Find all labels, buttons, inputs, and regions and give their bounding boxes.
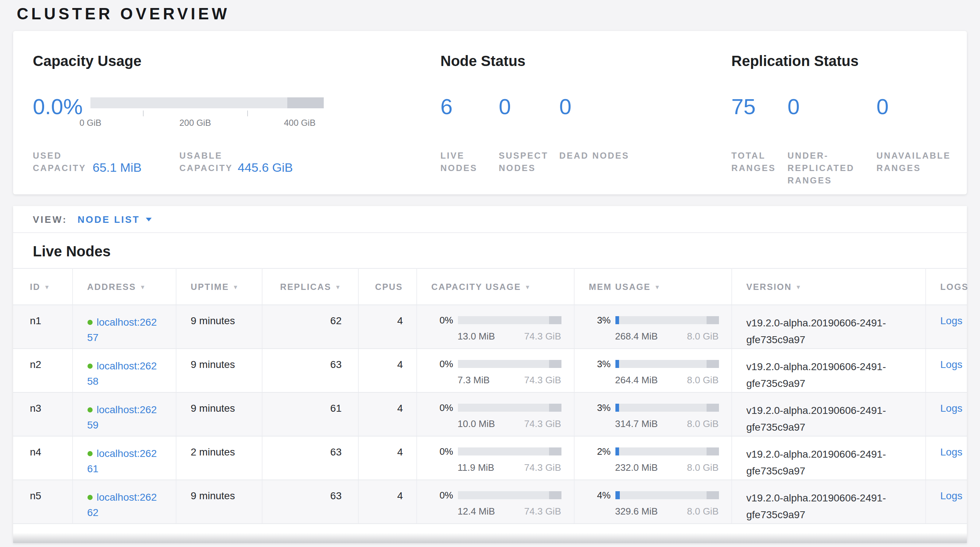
mem-bar-reserved-segment <box>706 360 719 368</box>
mem-total-value: 8.0 GiB <box>687 462 719 473</box>
stat-label: UNAVAILABLE RANGES <box>877 150 967 175</box>
node-address-cell: localhost:26259 <box>72 393 176 436</box>
node-id-cell: n5 <box>13 480 72 524</box>
node-live-status-icon <box>87 364 92 369</box>
node-address-link[interactable]: localhost:26257 <box>87 316 157 343</box>
sort-icon: ▼ <box>44 284 51 290</box>
capacity-usage-title: Capacity Usage <box>33 51 441 70</box>
live-nodes-table: ID▼ADDRESS▼UPTIME▼REPLICAS▼CPUSCAPACITY … <box>13 268 967 524</box>
node-uptime-cell: 9 minutes <box>176 480 262 524</box>
stat-dead-nodes: 0 DEAD NODES <box>559 94 731 175</box>
capacity-percent: 0% <box>431 315 453 326</box>
mem-meter: 4% 329.6 MiB 8.0 GiB <box>589 490 725 517</box>
logs-link[interactable]: Logs <box>940 402 963 414</box>
node-logs-cell: Logs <box>925 480 967 524</box>
column-label: MEM USAGE <box>589 281 651 292</box>
column-header-replicas[interactable]: REPLICAS▼ <box>262 269 358 305</box>
node-address-cell: localhost:26261 <box>72 436 176 480</box>
nodes-header-row: ID▼ADDRESS▼UPTIME▼REPLICAS▼CPUSCAPACITY … <box>13 269 967 305</box>
capacity-total-value: 74.3 GiB <box>524 506 561 517</box>
capacity-bar-reserved-segment <box>549 404 561 412</box>
stat-suspect-nodes: 0 SUSPECT NODES <box>499 94 559 175</box>
node-version-cell: v19.2.0-alpha.20190606-2491-gfe735c9a97 <box>731 393 925 436</box>
axis-tick-label: 0 GiB <box>80 118 101 128</box>
view-selector-dropdown[interactable]: NODE LIST <box>78 214 152 225</box>
node-logs-cell: Logs <box>925 393 967 436</box>
node-row: n3localhost:262599 minutes614 0% 10.0 Mi… <box>13 393 967 436</box>
node-logs-cell: Logs <box>925 348 967 393</box>
view-selected-option: NODE LIST <box>78 214 140 225</box>
live-nodes-header: Live Nodes <box>13 233 967 261</box>
node-address-cell: localhost:26262 <box>72 480 176 524</box>
capacity-axis-ticks <box>91 110 324 116</box>
cluster-overview-page: CLUSTER OVERVIEW Capacity Usage 0.0% 0 G… <box>0 5 980 547</box>
capacity-bar <box>458 491 561 499</box>
node-mem-cell: 2% 232.0 MiB 8.0 GiB <box>574 436 731 480</box>
view-bar: VIEW: NODE LIST <box>13 206 967 233</box>
logs-link[interactable]: Logs <box>940 358 963 370</box>
capacity-meter: 0% 12.4 MiB 74.3 GiB <box>431 490 568 517</box>
stat-value: 0 <box>559 94 731 150</box>
node-live-status-icon <box>87 407 92 412</box>
usable-capacity-value: 445.6 GiB <box>238 161 293 175</box>
next-row-cutoff <box>13 524 967 543</box>
node-mem-cell: 4% 329.6 MiB 8.0 GiB <box>574 480 731 524</box>
mem-percent: 3% <box>589 402 611 413</box>
node-list-panel: VIEW: NODE LIST Live Nodes ID▼ADDRESS▼UP… <box>13 206 967 543</box>
node-status-section: Node Status 6 LIVE NODES 0 SUSPECT NODES… <box>441 51 731 194</box>
stat-value: 0 <box>877 94 967 150</box>
column-header-address[interactable]: ADDRESS▼ <box>72 269 176 305</box>
logs-link[interactable]: Logs <box>940 315 963 326</box>
node-address-link[interactable]: localhost:26259 <box>87 404 157 431</box>
logs-link[interactable]: Logs <box>940 446 963 458</box>
capacity-bar-reserved-segment <box>287 97 324 108</box>
column-label: CAPACITY USAGE <box>431 281 521 292</box>
node-replicas-cell: 63 <box>262 480 358 524</box>
node-mem-cell: 3% 264.4 MiB 8.0 GiB <box>574 348 731 393</box>
column-label: ADDRESS <box>87 281 136 292</box>
column-header-id[interactable]: ID▼ <box>13 269 72 305</box>
column-header-mem-usage[interactable]: MEM USAGE▼ <box>574 269 731 305</box>
node-capacity-cell: 0% 11.9 MiB 74.3 GiB <box>416 436 574 480</box>
mem-bar-reserved-segment <box>706 404 719 412</box>
node-capacity-cell: 0% 10.0 MiB 74.3 GiB <box>416 393 574 436</box>
replication-status-stats: 75 TOTAL RANGES 0 UNDER-REPLICATED RANGE… <box>731 94 967 187</box>
logs-link[interactable]: Logs <box>940 490 963 501</box>
stat-label: TOTAL RANGES <box>731 150 788 175</box>
node-cpus-cell: 4 <box>358 393 416 436</box>
replication-status-title: Replication Status <box>731 51 967 70</box>
stat-label: UNDER-REPLICATED RANGES <box>788 150 877 187</box>
capacity-usage-section: Capacity Usage 0.0% 0 GiB200 GiB400 GiB … <box>33 51 441 194</box>
mem-bar-reserved-segment <box>706 491 719 499</box>
capacity-bar <box>458 404 561 412</box>
capacity-percent: 0% <box>431 358 453 369</box>
mem-meter: 3% 314.7 MiB 8.0 GiB <box>589 402 725 429</box>
node-address-link[interactable]: localhost:26262 <box>87 491 157 518</box>
capacity-bar-reserved-segment <box>549 491 561 499</box>
node-replicas-cell: 62 <box>262 305 358 348</box>
usable-capacity-label: USABLE CAPACITY <box>180 150 238 175</box>
capacity-meter: 0% 7.3 MiB 74.3 GiB <box>431 358 568 385</box>
replication-status-section: Replication Status 75 TOTAL RANGES 0 UND… <box>731 51 967 194</box>
mem-percent: 2% <box>589 446 611 457</box>
mem-percent: 3% <box>589 315 611 326</box>
node-uptime-cell: 2 minutes <box>176 436 262 480</box>
column-header-version[interactable]: VERSION▼ <box>731 269 925 305</box>
node-capacity-cell: 0% 12.4 MiB 74.3 GiB <box>416 480 574 524</box>
column-header-uptime[interactable]: UPTIME▼ <box>176 269 262 305</box>
node-address-link[interactable]: localhost:26258 <box>87 360 157 387</box>
column-header-cpus: CPUS <box>358 269 416 305</box>
stat-live-nodes: 6 LIVE NODES <box>441 94 499 175</box>
node-live-status-icon <box>87 451 92 456</box>
node-capacity-cell: 0% 13.0 MiB 74.3 GiB <box>416 305 574 348</box>
node-address-cell: localhost:26258 <box>72 348 176 393</box>
stat-value: 0 <box>788 94 877 150</box>
node-cpus-cell: 4 <box>358 305 416 348</box>
mem-bar-reserved-segment <box>706 316 719 324</box>
sort-icon: ▼ <box>232 284 239 290</box>
mem-bar <box>615 316 719 324</box>
mem-total-value: 8.0 GiB <box>687 375 719 385</box>
column-header-capacity-usage[interactable]: CAPACITY USAGE▼ <box>416 269 574 305</box>
node-address-link[interactable]: localhost:26261 <box>87 447 157 474</box>
column-label: LOGS <box>940 281 969 292</box>
